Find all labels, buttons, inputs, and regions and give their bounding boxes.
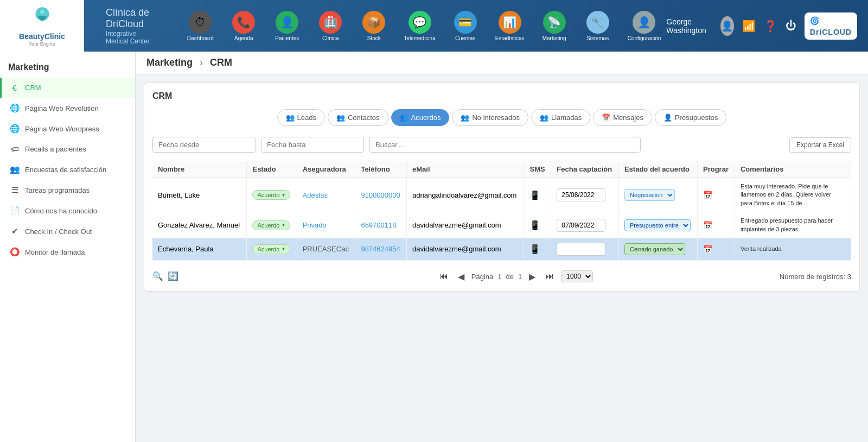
sidebar-item-checkin[interactable]: ✔ Check In / Check Out <box>0 221 135 242</box>
nav-pacientes[interactable]: 👤 Pacientes <box>268 8 306 44</box>
tab-no-interesados[interactable]: 👥 No interesados <box>452 109 528 126</box>
como-conocido-icon: 📄 <box>10 206 20 216</box>
power-icon[interactable]: ⏻ <box>786 20 796 32</box>
aseguradora-link[interactable]: Privado <box>303 221 327 229</box>
last-page-button[interactable]: ⏭ <box>542 270 557 282</box>
sms-phone-icon: 📱 <box>529 220 540 230</box>
wifi-icon[interactable]: 📶 <box>742 20 756 33</box>
fecha-captacion-input[interactable] <box>557 188 605 201</box>
agenda-icon: 📞 <box>232 11 255 34</box>
fecha-hasta-input[interactable] <box>261 137 364 153</box>
estado-acuerdo-select[interactable]: Presupuesto entre <box>624 219 691 231</box>
nav-marketing[interactable]: 📡 Marketing <box>535 8 573 44</box>
cell-sms: 📱 <box>524 212 551 238</box>
sidebar-item-monitor[interactable]: ⭕ Monitor de llamada <box>0 242 135 262</box>
refresh-icon[interactable]: 🔄 <box>168 271 178 281</box>
col-email: eMail <box>407 161 524 178</box>
sidebar-item-pagina-revolution[interactable]: 🌐 Página Web Revolution <box>0 98 135 118</box>
buscar-input[interactable] <box>369 137 641 153</box>
estado-acuerdo-select[interactable]: Cerrado ganado <box>624 243 685 255</box>
aseguradora-link[interactable]: PRUEASECac <box>303 245 349 253</box>
tab-llamadas[interactable]: 👥 Llamadas <box>531 109 590 126</box>
sidebar-item-pagina-wordpress[interactable]: 🌐 Página Web Wordpress <box>0 118 135 139</box>
estado-acuerdo-select[interactable]: Negociación <box>624 189 675 201</box>
next-page-button[interactable]: ▶ <box>526 270 538 283</box>
monitor-icon: ⭕ <box>10 247 20 257</box>
cell-nombre: Gonzalez Alvarez, Manuel <box>152 212 247 238</box>
user-avatar[interactable]: 👤 <box>720 16 734 36</box>
nav-dashboard[interactable]: ⏱ Dashboard <box>181 8 219 44</box>
estado-badge: Acuerdo ▼ <box>252 220 290 230</box>
cell-nombre: Echevarria, Paula <box>152 238 247 260</box>
nav-estadisticas[interactable]: 📊 Estadísticas <box>490 8 530 44</box>
table-row[interactable]: Gonzalez Alvarez, Manuel Acuerdo ▼ Priva… <box>152 212 851 238</box>
pagina-revolution-icon: 🌐 <box>10 103 20 113</box>
tab-leads[interactable]: 👥 Leads <box>277 109 325 126</box>
sidebar-item-como-conocido[interactable]: 📄 Cómo nos ha conocido <box>0 200 135 221</box>
tab-presupuestos[interactable]: 👤 Presupuestos <box>655 109 727 126</box>
nav-stock[interactable]: 📦 Stock <box>355 8 393 44</box>
svg-point-1 <box>40 9 44 14</box>
nav-cuentas-label: Cuentas <box>455 35 475 41</box>
sidebar-item-encuestas[interactable]: 👥 Encuestas de satisfacción <box>0 159 135 180</box>
sidebar-item-crm[interactable]: € CRM <box>0 78 135 98</box>
filters-row: Exportar a Excel <box>152 137 851 153</box>
page-total: 1 <box>518 273 522 281</box>
badge-arrow: ▼ <box>281 223 285 228</box>
nav-stock-label: Stock <box>367 35 381 41</box>
sidebar-item-tareas[interactable]: ☰ Tareas programadas <box>0 180 135 200</box>
help-icon[interactable]: ❓ <box>764 20 777 33</box>
cell-estado: Acuerdo ▼ <box>247 212 297 238</box>
telefono-link[interactable]: 9100000000 <box>361 191 400 199</box>
col-nombre: Nombre <box>152 161 247 178</box>
calendar-icon[interactable]: 📅 <box>703 221 712 230</box>
crm-tabs: 👥 Leads 👥 Contactos 👥 Acuerdos 👥 No inte… <box>152 109 851 126</box>
top-right-area: George Washington 👤 📶 ❓ ⏻ 🌀 DriCLOUD <box>666 12 857 40</box>
cell-email: davidalvarezme@gmail.com <box>407 238 524 260</box>
page-breadcrumb-marketing: Marketing <box>146 57 193 68</box>
nav-sistemas[interactable]: 🔧 Sistemas <box>579 8 617 44</box>
tab-mensajes[interactable]: 📅 Mensajes <box>593 109 652 126</box>
table-row[interactable]: Echevarria, Paula Acuerdo ▼ PRUEASECac 9… <box>152 238 851 260</box>
cell-estado-acuerdo: Negociación <box>618 178 697 212</box>
pagination: ⏮ ◀ Página 1 de 1 ▶ ⏭ 1000 500 100 Númer… <box>178 270 851 283</box>
table-row[interactable]: Burnett, Luke Acuerdo ▼ Adeslas 91000000… <box>152 178 851 212</box>
nav-clinica[interactable]: 🏥 Clínica <box>311 8 349 44</box>
col-sms: SMS <box>524 161 551 178</box>
first-page-button[interactable]: ⏮ <box>437 270 451 282</box>
aseguradora-link[interactable]: Adeslas <box>303 191 328 199</box>
calendar-icon[interactable]: 📅 <box>703 191 712 199</box>
nav-cuentas[interactable]: 💳 Cuentas <box>446 8 484 44</box>
prev-page-button[interactable]: ◀ <box>455 270 467 283</box>
estado-badge: Acuerdo ▼ <box>252 244 290 254</box>
recalls-icon: 🏷 <box>10 144 20 154</box>
col-estado: Estado <box>247 161 297 178</box>
fecha-desde-input[interactable] <box>152 137 256 153</box>
zoom-icon[interactable]: 🔍 <box>152 271 163 281</box>
page-breadcrumb-crm: CRM <box>210 57 232 68</box>
cell-comentarios: Esta muy interesado. Pide que le llamemo… <box>735 178 851 212</box>
sidebar-tareas-label: Tareas programadas <box>25 186 90 194</box>
sidebar-item-recalls[interactable]: 🏷 Recalls a pacientes <box>0 139 135 159</box>
tab-acuerdos[interactable]: 👥 Acuerdos <box>391 109 450 126</box>
cell-fecha-captacion <box>551 212 619 238</box>
nav-configuracion-label: Configuración <box>628 35 661 41</box>
cell-estado-acuerdo: Presupuesto entre <box>618 212 697 238</box>
nav-agenda[interactable]: 📞 Agenda <box>225 8 263 44</box>
sidebar-wordpress-label: Página Web Wordpress <box>25 125 99 133</box>
fecha-captacion-input[interactable] <box>557 219 605 232</box>
fecha-captacion-input[interactable] <box>557 243 605 256</box>
acuerdos-tab-icon: 👥 <box>400 113 409 122</box>
telefono-link[interactable]: 9874624954 <box>361 245 400 253</box>
export-excel-button[interactable]: Exportar a Excel <box>789 137 851 153</box>
nav-telemedicina[interactable]: 💬 Telemedicina <box>398 8 441 44</box>
contactos-tab-label: Contactos <box>348 113 380 122</box>
calendar-icon[interactable]: 📅 <box>703 245 712 254</box>
nav-marketing-label: Marketing <box>542 35 566 41</box>
content-wrapper: Marketing € CRM 🌐 Página Web Revolution … <box>0 52 868 442</box>
telefono-link[interactable]: 659700118 <box>361 221 396 229</box>
page-size-select[interactable]: 1000 500 100 <box>561 270 593 282</box>
pagina-wordpress-icon: 🌐 <box>10 124 20 134</box>
nav-configuracion[interactable]: 👤 Configuración <box>622 8 667 44</box>
tab-contactos[interactable]: 👥 Contactos <box>328 109 388 126</box>
